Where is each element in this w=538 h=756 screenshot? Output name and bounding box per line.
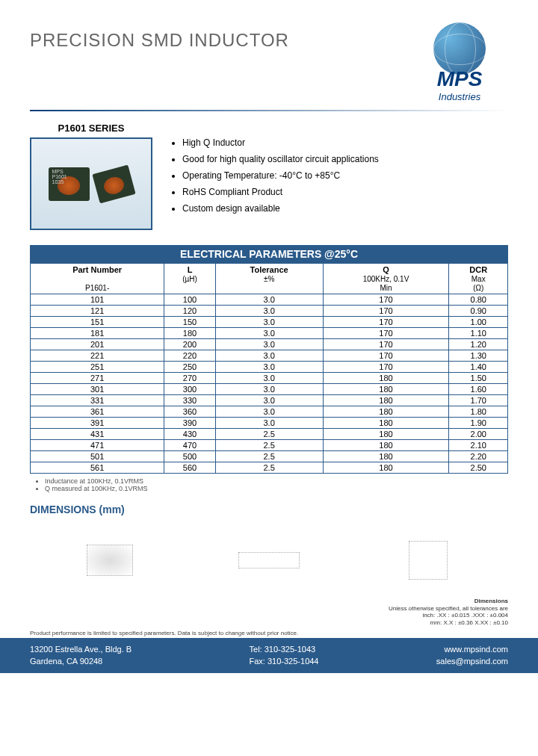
table-cell: 391 bbox=[31, 418, 164, 429]
table-cell: 1.90 bbox=[449, 418, 508, 429]
table-cell: 501 bbox=[31, 451, 164, 462]
table-cell: 2.5 bbox=[215, 440, 323, 451]
table-row: 3913903.01801.90 bbox=[31, 418, 508, 429]
feature-item: High Q Inductor bbox=[182, 137, 379, 148]
table-cell: 3.0 bbox=[215, 406, 323, 418]
table-cell: 471 bbox=[31, 440, 164, 451]
table-cell: 2.00 bbox=[449, 429, 508, 440]
table-cell: 330 bbox=[164, 395, 215, 406]
table-cell: 170 bbox=[323, 306, 449, 317]
table-cell: 180 bbox=[323, 395, 449, 406]
table-row: 3613603.01801.80 bbox=[31, 406, 508, 418]
table-cell: 1.60 bbox=[449, 384, 508, 395]
table-cell: 2.5 bbox=[215, 451, 323, 462]
table-cell: 250 bbox=[164, 362, 215, 373]
table-cell: 0.80 bbox=[449, 294, 508, 306]
table-cell: 180 bbox=[323, 406, 449, 418]
table-cell: 170 bbox=[323, 317, 449, 328]
table-cell: 301 bbox=[31, 384, 164, 395]
company-logo: MPS Industries bbox=[411, 22, 508, 102]
logo-subtitle: Industries bbox=[411, 91, 508, 102]
table-row: 1011003.01700.80 bbox=[31, 294, 508, 306]
page-title: PRECISION SMD INDUCTOR bbox=[30, 30, 289, 51]
table-cell: 170 bbox=[323, 328, 449, 339]
table-cell: 1.70 bbox=[449, 395, 508, 406]
table-cell: 151 bbox=[31, 317, 164, 328]
table-cell: 180 bbox=[323, 462, 449, 474]
footer-fax: Fax: 310-325-1044 bbox=[250, 657, 319, 666]
table-cell: 201 bbox=[31, 339, 164, 350]
table-title: ELECTRICAL PARAMETERS @25°C bbox=[30, 245, 508, 263]
table-cell: 3.0 bbox=[215, 294, 323, 306]
table-cell: 271 bbox=[31, 373, 164, 384]
product-image: MPSP16011035 bbox=[30, 137, 152, 230]
table-cell: 180 bbox=[323, 373, 449, 384]
footer-address1: 13200 Estrella Ave., Bldg. B bbox=[30, 645, 132, 654]
table-cell: 2.50 bbox=[449, 462, 508, 474]
table-cell: 101 bbox=[31, 294, 164, 306]
table-cell: 170 bbox=[323, 350, 449, 362]
table-cell: 500 bbox=[164, 451, 215, 462]
table-cell: 560 bbox=[164, 462, 215, 474]
table-cell: 3.0 bbox=[215, 418, 323, 429]
table-cell: 1.40 bbox=[449, 362, 508, 373]
feature-item: Custom design available bbox=[182, 203, 379, 214]
feature-item: Good for high quality oscillator circuit… bbox=[182, 154, 379, 164]
table-cell: 251 bbox=[31, 362, 164, 373]
disclaimer: Product performance is limited to specif… bbox=[30, 630, 508, 636]
table-cell: 3.0 bbox=[215, 306, 323, 317]
col-Q: Q 100KHz, 0.1V Min bbox=[323, 264, 449, 294]
table-notes: Inductance at 100KHz, 0.1VRMSQ measured … bbox=[30, 477, 508, 492]
table-cell: 431 bbox=[31, 429, 164, 440]
note-item: Inductance at 100KHz, 0.1VRMS bbox=[45, 477, 508, 485]
table-cell: 1.30 bbox=[449, 350, 508, 362]
table-row: 5015002.51802.20 bbox=[31, 451, 508, 462]
table-row: 2212203.01701.30 bbox=[31, 350, 508, 362]
table-cell: 3.0 bbox=[215, 395, 323, 406]
col-part-number: Part Number P1601- bbox=[31, 264, 164, 294]
table-row: 2012003.01701.20 bbox=[31, 339, 508, 350]
table-cell: 100 bbox=[164, 294, 215, 306]
col-tolerance: Tolerance ±% bbox=[215, 264, 323, 294]
table-cell: 331 bbox=[31, 395, 164, 406]
col-DCR: DCR Max (Ω) bbox=[449, 264, 508, 294]
table-cell: 1.50 bbox=[449, 373, 508, 384]
feature-item: RoHS Compliant Product bbox=[182, 187, 379, 197]
footer-web: www.mpsind.com bbox=[444, 645, 508, 654]
table-cell: 180 bbox=[323, 418, 449, 429]
table-cell: 170 bbox=[323, 294, 449, 306]
table-row: 3313303.01801.70 bbox=[31, 395, 508, 406]
table-cell: 220 bbox=[164, 350, 215, 362]
table-cell: 180 bbox=[164, 328, 215, 339]
table-cell: 270 bbox=[164, 373, 215, 384]
table-cell: 180 bbox=[323, 429, 449, 440]
footer-address2: Gardena, CA 90248 bbox=[30, 657, 102, 666]
table-cell: 120 bbox=[164, 306, 215, 317]
table-cell: 180 bbox=[323, 440, 449, 451]
page-footer: 13200 Estrella Ave., Bldg. B Gardena, CA… bbox=[0, 638, 538, 673]
divider bbox=[30, 110, 508, 111]
features-list: High Q InductorGood for high quality osc… bbox=[167, 123, 379, 230]
table-cell: 3.0 bbox=[215, 328, 323, 339]
table-cell: 1.10 bbox=[449, 328, 508, 339]
table-cell: 3.0 bbox=[215, 317, 323, 328]
table-row: 2512503.01701.40 bbox=[31, 362, 508, 373]
table-cell: 2.10 bbox=[449, 440, 508, 451]
table-cell: 3.0 bbox=[215, 350, 323, 362]
table-row: 1811803.01701.10 bbox=[31, 328, 508, 339]
table-cell: 200 bbox=[164, 339, 215, 350]
col-L: L (µH) bbox=[164, 264, 215, 294]
page-header: PRECISION SMD INDUCTOR MPS Industries bbox=[30, 22, 508, 102]
table-row: 3013003.01801.60 bbox=[31, 384, 508, 395]
table-cell: 3.0 bbox=[215, 339, 323, 350]
table-cell: 361 bbox=[31, 406, 164, 418]
table-cell: 170 bbox=[323, 339, 449, 350]
logo-text: MPS bbox=[411, 67, 508, 91]
parameters-table: Part Number P1601- L (µH) Tolerance ±% Q… bbox=[30, 263, 508, 474]
table-cell: 561 bbox=[31, 462, 164, 474]
table-cell: 1.00 bbox=[449, 317, 508, 328]
note-item: Q measured at 100KHz, 0.1VRMS bbox=[45, 485, 508, 492]
table-cell: 181 bbox=[31, 328, 164, 339]
table-row: 5615602.51802.50 bbox=[31, 462, 508, 474]
table-cell: 1.20 bbox=[449, 339, 508, 350]
